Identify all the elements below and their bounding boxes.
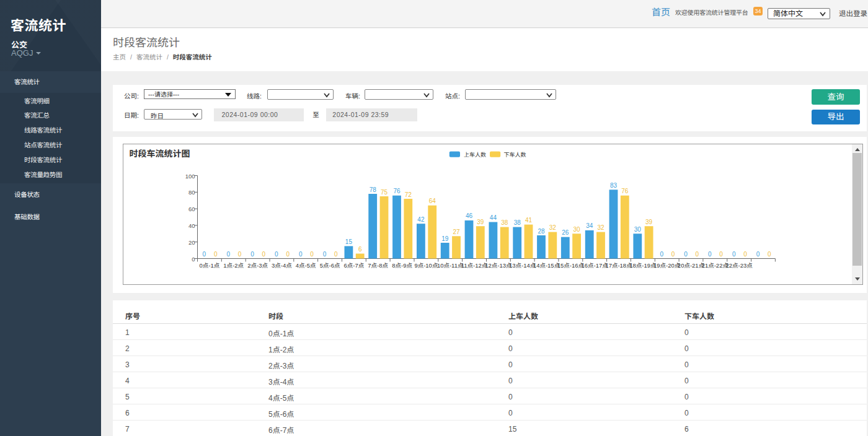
svg-text:10点-11点: 10点-11点 bbox=[437, 262, 464, 269]
svg-text:60: 60 bbox=[188, 206, 195, 212]
svg-text:11点-12点: 11点-12点 bbox=[461, 262, 488, 269]
svg-text:0: 0 bbox=[334, 251, 338, 258]
svg-text:21点-22点: 21点-22点 bbox=[702, 262, 729, 269]
svg-text:0: 0 bbox=[310, 251, 314, 258]
svg-text:0: 0 bbox=[286, 251, 290, 258]
svg-text:78: 78 bbox=[370, 186, 377, 193]
svg-text:0: 0 bbox=[250, 251, 254, 258]
svg-text:6点-7点: 6点-7点 bbox=[344, 262, 365, 269]
svg-text:时段车流统计图: 时段车流统计图 bbox=[130, 149, 190, 159]
svg-text:12点-13点: 12点-13点 bbox=[485, 262, 512, 269]
svg-text:30: 30 bbox=[574, 226, 581, 233]
svg-text:16点-17点: 16点-17点 bbox=[582, 262, 609, 269]
svg-text:15点-16点: 15点-16点 bbox=[557, 262, 585, 269]
svg-text:27: 27 bbox=[453, 229, 460, 235]
svg-text:83: 83 bbox=[610, 182, 618, 189]
svg-text:44: 44 bbox=[490, 214, 497, 221]
svg-text:100: 100 bbox=[185, 173, 195, 180]
svg-text:26: 26 bbox=[562, 229, 569, 236]
svg-text:64: 64 bbox=[429, 198, 436, 204]
svg-text:39: 39 bbox=[477, 219, 484, 225]
svg-text:75: 75 bbox=[381, 189, 388, 196]
svg-text:0: 0 bbox=[323, 251, 327, 258]
svg-text:76: 76 bbox=[621, 188, 629, 194]
svg-text:40: 40 bbox=[188, 222, 195, 229]
svg-text:28: 28 bbox=[538, 228, 545, 235]
svg-text:0: 0 bbox=[743, 251, 747, 258]
svg-text:0: 0 bbox=[192, 256, 195, 263]
svg-text:0: 0 bbox=[299, 251, 303, 258]
svg-text:4点-5点: 4点-5点 bbox=[296, 262, 316, 269]
svg-text:39: 39 bbox=[645, 219, 653, 225]
svg-text:30: 30 bbox=[634, 226, 642, 233]
svg-text:上车人数: 上车人数 bbox=[464, 152, 486, 158]
svg-text:72: 72 bbox=[405, 191, 412, 198]
svg-text:20点-21点: 20点-21点 bbox=[678, 262, 705, 269]
svg-text:18点-19点: 18点-19点 bbox=[629, 262, 657, 269]
svg-text:9点-10点: 9点-10点 bbox=[414, 262, 438, 269]
svg-text:32: 32 bbox=[549, 224, 557, 231]
svg-text:0: 0 bbox=[238, 251, 242, 258]
svg-text:0: 0 bbox=[671, 251, 675, 258]
svg-text:0: 0 bbox=[768, 251, 771, 258]
svg-text:32: 32 bbox=[597, 224, 604, 231]
svg-text:下车人数: 下车人数 bbox=[503, 152, 526, 158]
svg-text:13点-14点: 13点-14点 bbox=[509, 262, 536, 269]
svg-text:22点-23点: 22点-23点 bbox=[726, 262, 753, 269]
svg-text:15: 15 bbox=[345, 238, 353, 245]
svg-text:42: 42 bbox=[417, 216, 425, 223]
svg-text:14点-15点: 14点-15点 bbox=[533, 262, 560, 269]
svg-text:1点-2点: 1点-2点 bbox=[223, 262, 244, 269]
svg-text:0: 0 bbox=[262, 251, 266, 258]
svg-text:6: 6 bbox=[358, 246, 362, 253]
svg-text:0: 0 bbox=[275, 251, 278, 258]
svg-text:0: 0 bbox=[226, 251, 230, 258]
svg-text:19: 19 bbox=[441, 235, 449, 242]
svg-text:7点-8点: 7点-8点 bbox=[368, 262, 388, 269]
svg-text:0: 0 bbox=[719, 251, 723, 258]
svg-text:19点-20点: 19点-20点 bbox=[653, 262, 681, 269]
svg-text:34: 34 bbox=[586, 222, 593, 229]
svg-text:0: 0 bbox=[660, 251, 663, 258]
svg-text:80: 80 bbox=[188, 189, 195, 196]
svg-text:5点-6点: 5点-6点 bbox=[320, 262, 340, 269]
svg-text:76: 76 bbox=[393, 188, 401, 194]
svg-text:3点-4点: 3点-4点 bbox=[272, 262, 292, 269]
svg-text:38: 38 bbox=[514, 219, 521, 226]
svg-text:20: 20 bbox=[188, 239, 195, 246]
svg-text:8点-9点: 8点-9点 bbox=[392, 262, 412, 269]
svg-text:41: 41 bbox=[525, 217, 533, 224]
svg-text:0: 0 bbox=[684, 251, 688, 258]
svg-text:2点-3点: 2点-3点 bbox=[247, 262, 268, 269]
svg-text:17点-18点: 17点-18点 bbox=[605, 262, 632, 269]
svg-text:38: 38 bbox=[501, 219, 508, 226]
svg-text:0点-1点: 0点-1点 bbox=[200, 262, 220, 269]
svg-text:0: 0 bbox=[696, 251, 699, 258]
svg-text:46: 46 bbox=[466, 212, 473, 219]
svg-text:0: 0 bbox=[708, 251, 712, 258]
svg-text:0: 0 bbox=[203, 251, 206, 258]
svg-text:0: 0 bbox=[756, 251, 760, 258]
svg-text:0: 0 bbox=[732, 251, 736, 258]
svg-text:0: 0 bbox=[214, 251, 218, 258]
